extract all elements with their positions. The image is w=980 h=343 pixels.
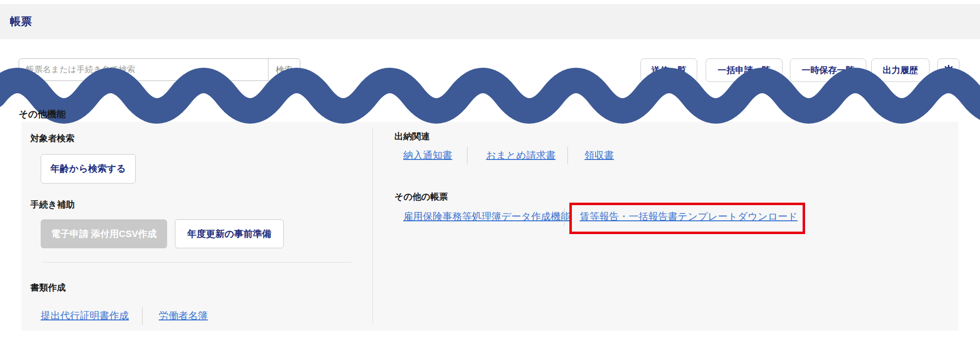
- payment-notice-link[interactable]: 納入通知書: [403, 149, 452, 162]
- employment-insurance-ledger-link[interactable]: 雇用保険事務等処理簿データ作成機能: [403, 210, 570, 223]
- document-creation-heading: 書類作成: [30, 282, 66, 293]
- wage-report-template-download-link[interactable]: 賃等報告・一括報告書テンプレートダウンロード: [580, 210, 798, 223]
- other-functions-panel: 対象者検索 年齢から検索する 手続き補助 電子申請 添付用CSV作成 年度更新の…: [22, 122, 958, 331]
- link-divider: [142, 307, 143, 325]
- cashier-heading: 出納関連: [394, 131, 430, 142]
- procedure-assist-heading: 手続き補助: [30, 199, 74, 211]
- search-input[interactable]: [19, 59, 268, 80]
- page-title: 帳票: [10, 4, 32, 39]
- temp-save-list-button[interactable]: 一時保存一覧: [790, 58, 866, 82]
- other-functions-heading: その他機能: [19, 108, 66, 121]
- settings-button[interactable]: [937, 58, 959, 82]
- target-search-heading: 対象者検索: [30, 132, 74, 144]
- column-divider: [372, 129, 373, 324]
- worker-roster-link[interactable]: 労働者名簿: [159, 309, 208, 322]
- page-header: 帳票: [0, 4, 980, 39]
- e-apply-csv-button: 電子申請 添付用CSV作成: [41, 219, 167, 248]
- annual-update-prep-button[interactable]: 年度更新の事前準備: [175, 219, 284, 248]
- receipt-link[interactable]: 領収書: [585, 149, 614, 162]
- gear-icon: [942, 64, 955, 77]
- search-button[interactable]: 検索: [268, 59, 300, 80]
- link-divider: [467, 147, 467, 164]
- form-search-bar: 検索: [19, 58, 300, 81]
- section-divider: [42, 262, 351, 263]
- link-divider: [567, 147, 568, 164]
- send-list-button[interactable]: 送信一覧: [640, 58, 697, 82]
- other-forms-heading: その他の帳票: [394, 191, 448, 203]
- combined-invoice-link[interactable]: おまとめ請求書: [486, 149, 556, 162]
- batch-apply-list-button[interactable]: 一括申請一覧: [706, 58, 783, 82]
- age-search-button[interactable]: 年齢から検索する: [41, 154, 136, 184]
- link-divider: [564, 208, 564, 226]
- output-history-button[interactable]: 出力履歴: [871, 58, 930, 82]
- proxy-submission-certificate-link[interactable]: 提出代行証明書作成: [41, 309, 129, 322]
